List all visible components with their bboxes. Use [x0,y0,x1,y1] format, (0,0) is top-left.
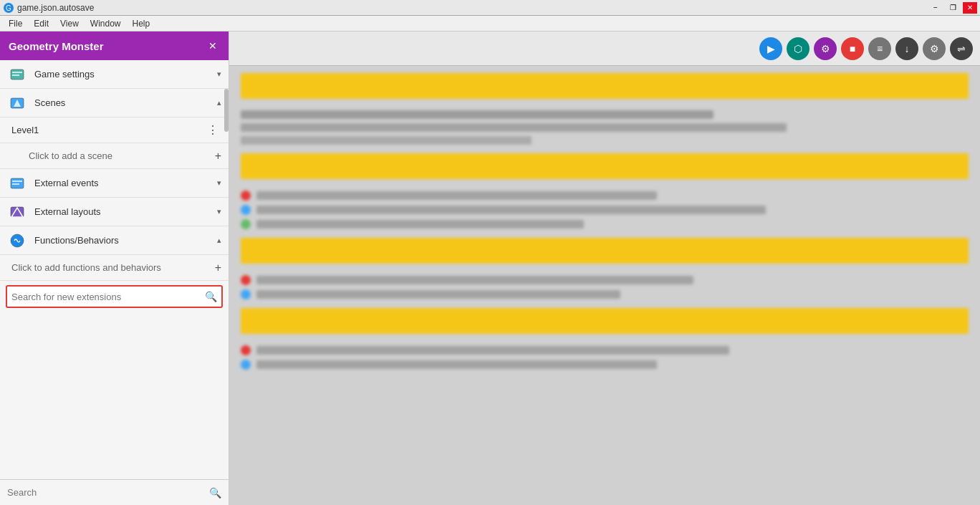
add-scene-label: Click to add a scene [29,150,215,161]
toolbar-button-stop[interactable]: ■ [841,37,864,60]
external-events-label: External events [34,178,214,188]
content-area: ▶ ⬡ ⚙ ■ ≡ ↓ ⚙ ⇌ [229,32,980,505]
restore-button[interactable]: ❐ [946,2,960,14]
menu-view[interactable]: View [54,17,85,30]
game-settings-label: Game settings [34,69,214,80]
external-layouts-icon [7,202,27,222]
toolbar-button-play[interactable]: ▶ [759,37,782,60]
content-body [229,66,980,385]
project-title: Geometry Monster [9,40,104,52]
add-functions-label: Click to add functions and behaviors [11,262,215,273]
sidebar: Geometry Monster ✕ Game settings ▾ [0,32,229,505]
game-settings-icon [7,64,27,85]
level1-options-button[interactable]: ⋮ [204,123,221,137]
sidebar-search-bar: 🔍 [0,479,229,505]
sidebar-item-external-layouts[interactable]: External layouts ▾ [0,198,229,226]
minimize-button[interactable]: − [928,2,943,14]
sidebar-scrollbar[interactable] [224,89,229,132]
add-scene-plus-icon[interactable]: + [215,150,221,163]
functions-behaviors-label: Functions/Behaviors [34,235,214,246]
external-events-chevron: ▾ [217,178,221,188]
sidebar-item-external-events[interactable]: External events ▾ [0,169,229,198]
external-events-icon [7,173,27,193]
menu-bar: File Edit View Window Help [0,16,980,32]
svg-rect-8 [12,181,22,182]
sidebar-item-functions-behaviors[interactable]: Functions/Behaviors ▴ [0,226,229,255]
sidebar-header: Geometry Monster ✕ [0,32,229,60]
scenes-label: Scenes [34,97,214,108]
sidebar-close-button[interactable]: ✕ [206,39,220,53]
close-button[interactable]: ✕ [963,2,977,14]
main-area: Geometry Monster ✕ Game settings ▾ [0,32,980,505]
toolbar-button-preview[interactable]: ⬡ [787,37,810,60]
title-bar-left: G game.json.autosave [3,2,94,14]
functions-behaviors-chevron: ▴ [217,236,221,245]
toolbar-button-settings[interactable]: ⚙ [814,37,837,60]
sidebar-content: Game settings ▾ Scenes ▴ Level1 ⋮ [0,60,229,479]
sidebar-search-icon: 🔍 [209,487,221,499]
svg-rect-4 [12,74,19,76]
search-extensions-input[interactable] [11,292,205,302]
level1-row: Level1 ⋮ [0,117,229,143]
scenes-chevron: ▴ [217,98,221,107]
sidebar-item-game-settings[interactable]: Game settings ▾ [0,60,229,89]
menu-edit[interactable]: Edit [28,17,54,30]
functions-behaviors-icon [7,231,27,251]
svg-rect-3 [12,72,22,73]
add-functions-plus-icon[interactable]: + [215,261,221,274]
sidebar-search-input[interactable] [7,487,209,498]
search-extensions-row[interactable]: 🔍 [6,285,223,308]
external-layouts-chevron: ▾ [217,207,221,216]
svg-text:G: G [6,4,11,12]
scenes-icon [7,93,27,113]
sidebar-item-scenes[interactable]: Scenes ▴ [0,89,229,117]
svg-rect-9 [12,183,19,185]
toolbar-button-menu[interactable]: ≡ [868,37,891,60]
title-bar-controls: − ❐ ✕ [928,2,977,14]
external-layouts-label: External layouts [34,206,214,217]
search-extensions-icon: 🔍 [205,291,217,302]
toolbar-button-options[interactable]: ⚙ [923,37,946,60]
toolbar-button-export[interactable]: ↓ [895,37,918,60]
add-scene-row[interactable]: Click to add a scene + [0,143,229,169]
toolbar-button-sync[interactable]: ⇌ [950,37,973,60]
level1-label: Level1 [11,125,204,135]
app-logo-icon: G [3,2,14,14]
menu-file[interactable]: File [3,17,28,30]
title-bar: G game.json.autosave − ❐ ✕ [0,0,980,16]
title-bar-title: game.json.autosave [17,3,94,13]
menu-window[interactable]: Window [85,17,127,30]
add-functions-row[interactable]: Click to add functions and behaviors + [0,255,229,281]
content-toolbar: ▶ ⬡ ⚙ ■ ≡ ↓ ⚙ ⇌ [229,32,980,66]
menu-help[interactable]: Help [127,17,156,30]
game-settings-chevron: ▾ [217,69,221,79]
